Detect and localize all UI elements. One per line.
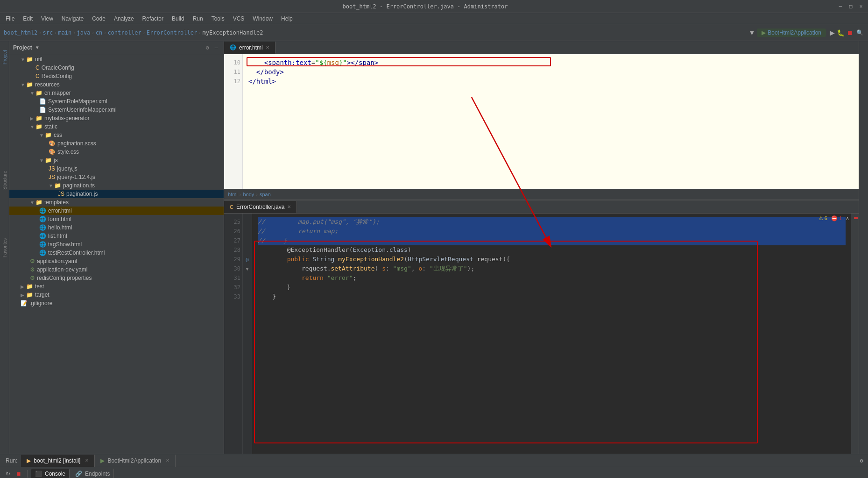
breadcrumb-cn[interactable]: cn — [96, 29, 102, 36]
run-config-selector[interactable]: ▶ BootHtml2Application — [757, 29, 826, 37]
tab-errorcontroller-java[interactable]: C ErrorController.java ✕ — [224, 201, 297, 213]
collapse-warnings-btn[interactable]: ∧ — [846, 215, 849, 221]
html-editor-content: 10 11 12 <span th:text="${msg}"></span> … — [224, 54, 859, 189]
tree-tagshow-html[interactable]: 🌐 tagShow.html — [9, 240, 224, 249]
tree-cnmapper[interactable]: ▼ 📁 cn.mapper — [9, 89, 224, 97]
tree-templates[interactable]: ▼ 📁 templates — [9, 198, 224, 207]
breadcrumb-main[interactable]: main — [58, 29, 71, 36]
tree-pagination-js[interactable]: JS pagination.js — [9, 190, 224, 198]
run-tab-boot[interactable]: ▶ BootHtml2Application ✕ — [95, 455, 176, 467]
run-tab-boot-close[interactable]: ✕ — [166, 458, 169, 463]
tree-pagination-scss[interactable]: 🎨 pagination.scss — [9, 139, 224, 148]
toolbar-divider — [27, 470, 28, 478]
bc-body[interactable]: body — [243, 192, 254, 197]
run-tab-install[interactable]: ▶ boot_html2 [install] ✕ — [21, 455, 95, 467]
menu-view[interactable]: View — [37, 14, 57, 23]
tree-static[interactable]: ▼ 📁 static — [9, 122, 224, 131]
menu-navigate[interactable]: Navigate — [58, 14, 87, 23]
debug-button[interactable]: 🐛 — [837, 29, 845, 36]
tree-jquery[interactable]: JS jquery.js — [9, 164, 224, 173]
tree-js[interactable]: ▼ 📁 js — [9, 156, 224, 164]
run-settings-icon[interactable]: ⚙ — [857, 456, 866, 465]
project-panel-title: Project — [13, 44, 32, 51]
run-label[interactable]: Run: — [2, 457, 21, 464]
menu-analyze[interactable]: Analyze — [110, 14, 138, 23]
run-button[interactable]: ▶ — [830, 29, 835, 36]
favorites-icon[interactable]: Favorites — [0, 234, 9, 262]
tree-form-html[interactable]: 🌐 form.html — [9, 215, 224, 223]
folder-icon-js: 📁 — [45, 157, 52, 164]
menu-run[interactable]: Run — [189, 14, 207, 23]
breadcrumb-project[interactable]: boot_html2 — [4, 29, 37, 36]
tree-systemrolemapper[interactable]: 📄 SystemRoleMapper.xml — [9, 97, 224, 106]
project-settings-icon[interactable]: ⚙ — [206, 44, 209, 51]
menu-build[interactable]: Build — [168, 14, 188, 23]
tree-systemuserinfomapper[interactable]: 📄 SystemUserinfoMapper.xml — [9, 106, 224, 114]
tab-close-error-html[interactable]: ✕ — [266, 45, 269, 50]
tree-resources[interactable]: ▼ 📁 resources — [9, 80, 224, 89]
endpoints-tab[interactable]: 🔗 Endpoints — [71, 469, 114, 478]
close-button[interactable]: ✕ — [858, 3, 864, 10]
project-panel-dropdown[interactable]: ▼ — [36, 45, 39, 50]
menu-refactor[interactable]: Refactor — [139, 14, 167, 23]
menu-code[interactable]: Code — [88, 14, 109, 23]
breadcrumb-java[interactable]: java — [77, 29, 91, 36]
folder-icon-mybatis: 📁 — [35, 115, 42, 121]
project-collapse-icon[interactable]: — — [215, 44, 218, 51]
console-tab[interactable]: ⬛ Console — [31, 469, 70, 478]
breadcrumb-src[interactable]: src — [42, 29, 53, 36]
tree-redisconfig-props[interactable]: ⚙ redisConfig.properties — [9, 274, 224, 282]
tree-testrestcontroller-html[interactable]: 🌐 testRestController.html — [9, 249, 224, 257]
window-controls[interactable]: ─ □ ✕ — [837, 3, 864, 10]
tree-pagination-ts[interactable]: ▼ 📁 pagination.ts — [9, 181, 224, 190]
bc-html[interactable]: html — [228, 192, 238, 197]
tree-application-dev-yaml[interactable]: ⚙ application-dev.yaml — [9, 265, 224, 274]
error-count: ⛔ 1 — [831, 215, 842, 221]
tree-list-html[interactable]: 🌐 list.html — [9, 232, 224, 240]
java-code-area[interactable]: // map.put("msg", "异常"); // return map; … — [252, 214, 851, 454]
java-line-30: request.setAttribute( s: "msg", o: "出现异常… — [258, 264, 846, 273]
run-tab-install-close[interactable]: ✕ — [85, 458, 89, 463]
html-code-area[interactable]: <span th:text="${msg}"></span> </body> <… — [243, 54, 859, 189]
tree-jquery124[interactable]: JS jquery-1.12.4.js — [9, 173, 224, 181]
tree-gitignore[interactable]: 📝 .gitignore — [9, 299, 224, 307]
maximize-button[interactable]: □ — [847, 3, 854, 10]
search-button[interactable]: 🔍 — [855, 29, 864, 36]
tree-application-yaml[interactable]: ⚙ application.yaml — [9, 257, 224, 265]
stop-button[interactable]: ⏹ — [847, 29, 853, 36]
project-icon[interactable]: Project — [0, 43, 9, 71]
tree-style-css[interactable]: 🎨 style.css — [9, 148, 224, 156]
menu-help[interactable]: Help — [277, 14, 296, 23]
menu-window[interactable]: Window — [249, 14, 276, 23]
run-toolbar: ↻ ⏹ ⬛ Console 🔗 Endpoints — [0, 467, 868, 478]
folder-icon-pagination-ts: 📁 — [54, 182, 61, 189]
menu-file[interactable]: File — [2, 14, 18, 23]
minimize-button[interactable]: ─ — [837, 3, 844, 10]
tree-hello-html[interactable]: 🌐 hello.html — [9, 223, 224, 232]
tree-mybatis[interactable]: ▶ 📁 mybatis-generator — [9, 114, 224, 122]
tree-error-html[interactable]: 🌐 error.html — [9, 207, 224, 215]
breadcrumb-controller[interactable]: controller — [107, 29, 141, 36]
menu-edit[interactable]: Edit — [19, 14, 36, 23]
breadcrumb-errorcontroller[interactable]: ErrorController — [147, 29, 197, 36]
breadcrumb-method: myExceptionHandle2 — [202, 29, 263, 36]
java-line-27: // } — [258, 236, 846, 245]
run-restart-btn[interactable]: ↻ — [4, 470, 12, 478]
tree-target[interactable]: ▶ 📁 target — [9, 291, 224, 299]
tree-util[interactable]: ▼ 📁 util — [9, 55, 224, 64]
tab-error-html[interactable]: 🌐 error.html ✕ — [224, 42, 275, 54]
tree-test[interactable]: ▶ 📁 test — [9, 282, 224, 291]
tree-label-hello-html: hello.html — [48, 224, 72, 231]
tree-oracleconfig[interactable]: C OracleConfig — [9, 64, 224, 72]
tree-css[interactable]: ▼ 📁 css — [9, 131, 224, 139]
menu-tools[interactable]: Tools — [208, 14, 228, 23]
bottom-panel: Run: ▶ boot_html2 [install] ✕ ▶ BootHtml… — [0, 454, 868, 478]
run-stop-btn[interactable]: ⏹ — [14, 470, 23, 478]
structure-icon[interactable]: Structure — [0, 166, 9, 194]
tab-close-errorcontroller[interactable]: ✕ — [287, 204, 291, 209]
run-config-dropdown[interactable]: ▼ — [748, 29, 755, 36]
menu-vcs[interactable]: VCS — [229, 14, 248, 23]
bc-span[interactable]: span — [260, 192, 271, 197]
tree-label-mybatis: mybatis-generator — [44, 115, 90, 121]
tree-redisconfig[interactable]: C RedisConfig — [9, 72, 224, 80]
